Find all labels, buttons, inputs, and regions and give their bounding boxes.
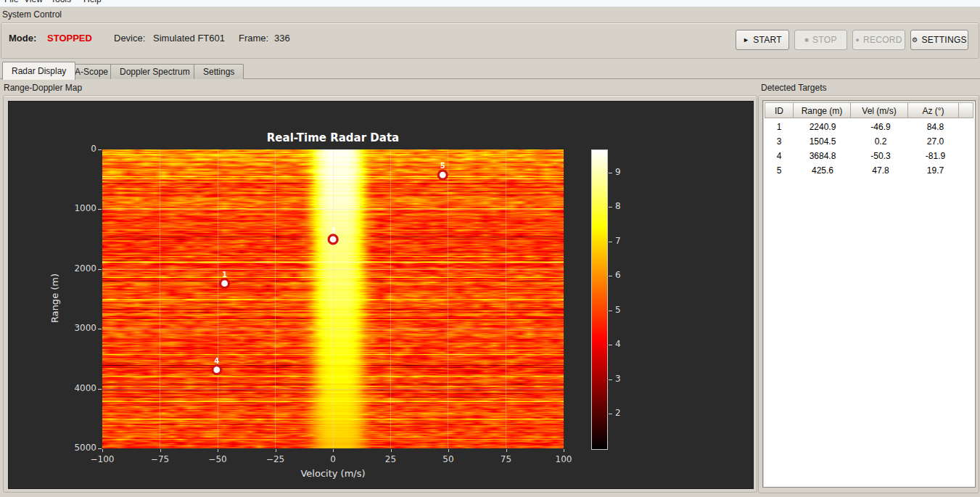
- column-header-id[interactable]: ID: [765, 102, 794, 118]
- device-value: Simulated FT601: [153, 33, 225, 44]
- stop-button-label: STOP: [812, 35, 837, 45]
- table-cell: 1504.5: [794, 134, 852, 149]
- colorbar-tick-label: 3: [615, 374, 637, 384]
- table-header-row: IDRange (m)Vel (m/s)Az (°): [765, 102, 973, 118]
- settings-button-label: SETTINGS: [921, 35, 966, 45]
- record-button-label: RECORD: [863, 35, 902, 45]
- menu-view[interactable]: View: [24, 0, 43, 4]
- x-tick-label: −25: [252, 454, 299, 464]
- colorbar-tick-mark: [609, 345, 612, 345]
- column-header-vel-m-s[interactable]: Vel (m/s): [850, 102, 908, 118]
- device-label: Device:: [114, 33, 145, 44]
- y-tick-label: 2000: [54, 263, 96, 274]
- play-icon: ►: [743, 36, 749, 44]
- y-tick-label: 3000: [54, 323, 96, 333]
- x-tick-label: 50: [425, 454, 472, 464]
- table-row[interactable]: 12240.9-46.984.8: [765, 120, 973, 134]
- table-cell-filler: [961, 134, 973, 149]
- colorbar-tick-label: 6: [615, 270, 637, 280]
- column-header-range-m[interactable]: Range (m): [793, 102, 851, 118]
- detected-targets-group-title: Detected Targets: [761, 83, 827, 93]
- record-icon: ●: [855, 36, 860, 44]
- colorbar-tick-label: 2: [615, 408, 637, 418]
- table-cell: 0.2: [852, 134, 910, 149]
- y-tick-label: 1000: [54, 203, 96, 213]
- colorbar-tick-mark: [609, 207, 612, 208]
- plot-title: Real-Time Radar Data: [102, 131, 564, 144]
- y-tick-mark: [98, 209, 102, 210]
- y-tick-mark: [98, 389, 102, 390]
- x-tick-mark: [160, 449, 161, 452]
- table-cell: 5: [765, 163, 794, 178]
- table-cell: 4: [765, 149, 794, 163]
- x-tick-label: 100: [540, 454, 587, 464]
- record-button[interactable]: ●RECORD: [852, 30, 905, 50]
- tab-settings[interactable]: Settings: [194, 64, 244, 79]
- x-tick-mark: [102, 449, 103, 452]
- stop-button[interactable]: ■STOP: [794, 30, 847, 50]
- menu-file[interactable]: File: [4, 0, 18, 4]
- x-tick-mark: [391, 449, 392, 452]
- y-tick-label: 5000: [54, 443, 96, 453]
- colorbar-tick-label: 5: [615, 305, 637, 315]
- x-tick-mark: [448, 449, 449, 452]
- y-tick-mark: [98, 329, 102, 329]
- x-tick-mark: [218, 449, 218, 452]
- x-tick-label: 75: [483, 454, 530, 464]
- colorbar-tick-label: 8: [615, 201, 637, 211]
- x-axis-label: Velocity (m/s): [102, 468, 564, 479]
- colorbar-tick-mark: [609, 414, 612, 414]
- menu-tools[interactable]: Tools: [51, 0, 71, 4]
- column-header-az[interactable]: Az (°): [907, 102, 959, 118]
- table-row[interactable]: 43684.8-50.3-81.9: [765, 149, 973, 163]
- colorbar-tick-label: 7: [615, 236, 637, 246]
- table-row[interactable]: 5425.647.819.7: [765, 163, 973, 178]
- y-tick-mark: [98, 448, 102, 449]
- column-header-filler: [958, 102, 973, 118]
- colorbar-tick-mark: [609, 173, 612, 173]
- y-tick-mark: [98, 269, 102, 270]
- settings-button[interactable]: ⚙SETTINGS: [910, 30, 968, 50]
- y-tick-mark: [98, 149, 102, 150]
- table-cell: -50.3: [852, 149, 910, 163]
- menu-help[interactable]: Help: [83, 0, 102, 4]
- x-tick-mark: [276, 449, 276, 452]
- tab-doppler-spectrum[interactable]: Doppler Spectrum: [110, 64, 199, 79]
- x-tick-mark: [506, 449, 507, 452]
- mode-value: STOPPED: [47, 33, 92, 44]
- table-cell: -46.9: [852, 120, 910, 134]
- range-doppler-map-group-title: Range-Doppler Map: [4, 83, 82, 93]
- frame-label: Frame:: [239, 33, 268, 44]
- frame-value: 336: [274, 33, 290, 44]
- system-control-group-title: System Control: [2, 9, 62, 20]
- gear-icon: ⚙: [912, 36, 918, 44]
- table-cell: 1: [765, 120, 794, 134]
- tab-radar-display[interactable]: Radar Display: [2, 62, 75, 80]
- menu-bar: FileViewToolsHelp: [0, 0, 980, 7]
- start-button[interactable]: ►START: [736, 30, 789, 50]
- y-axis-label: Range (m): [49, 274, 60, 323]
- table-cell: -81.9: [910, 149, 961, 163]
- y-tick-label: 0: [54, 144, 96, 154]
- x-tick-mark: [333, 449, 334, 452]
- mode-label: Mode:: [9, 33, 36, 44]
- table-row[interactable]: 31504.50.227.0: [765, 134, 973, 149]
- table-cell: 3: [765, 134, 794, 149]
- radar-plot-panel: Real-Time Radar Data Velocity (m/s) Rang…: [8, 101, 754, 489]
- table-cell-filler: [961, 149, 973, 163]
- colorbar-tick-mark: [609, 379, 612, 380]
- table-cell: 2240.9: [794, 120, 852, 134]
- x-tick-label: 25: [368, 454, 414, 464]
- table-cell: 47.8: [852, 163, 910, 178]
- stop-icon: ■: [804, 36, 809, 44]
- start-button-label: START: [753, 35, 782, 45]
- colorbar-tick-mark: [609, 242, 612, 242]
- y-tick-label: 4000: [54, 383, 96, 393]
- colorbar-tick-label: 9: [615, 167, 637, 177]
- table-cell: 84.8: [910, 120, 961, 134]
- x-tick-label: −75: [137, 454, 184, 464]
- table-cell: 19.7: [910, 163, 961, 178]
- x-tick-label: −100: [79, 454, 125, 464]
- table-cell: 3684.8: [794, 149, 852, 163]
- detected-targets-table: IDRange (m)Vel (m/s)Az (°) 12240.9-46.98…: [762, 100, 976, 488]
